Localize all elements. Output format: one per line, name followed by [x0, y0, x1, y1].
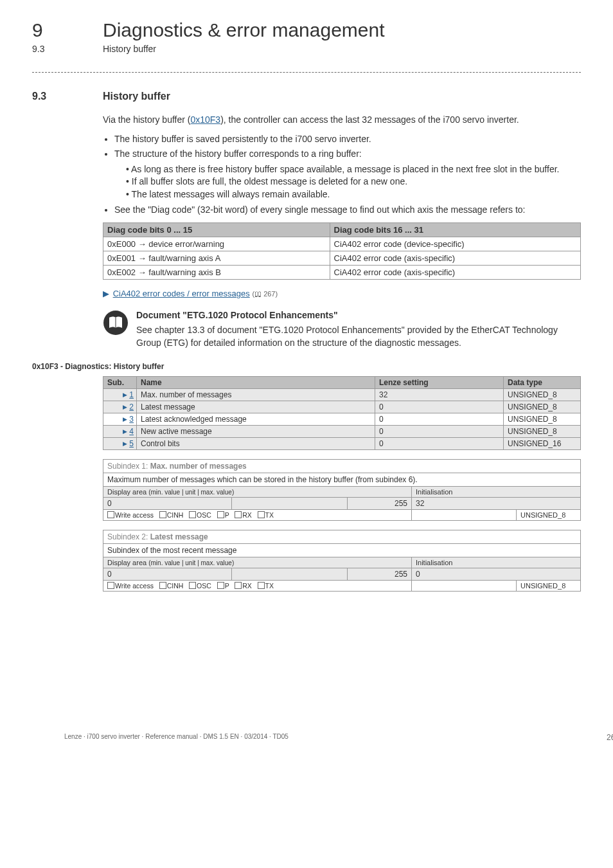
object-header: 0x10F3 - Diagnostics: History buffer	[32, 362, 581, 371]
table-cell: Latest message	[137, 401, 375, 413]
subindex-table: Sub. Name Lenze setting Data type ▶ 1 Ma…	[103, 376, 581, 450]
sub-bullet: As long as there is free history buffer …	[126, 163, 581, 176]
footer-text: Lenze · i700 servo inverter · Reference …	[64, 733, 289, 742]
table-cell: UNSIGNED_8	[504, 389, 581, 401]
page-footer: Lenze · i700 servo inverter · Reference …	[64, 733, 613, 742]
arrow-icon: ▶	[123, 440, 127, 447]
table-row: ▶ 2 Latest message 0 UNSIGNED_8	[103, 401, 581, 413]
subchapter-number: 9.3	[32, 44, 84, 54]
detail-title: Subindex 2: Latest message	[103, 530, 581, 544]
sub-link-cell: ▶ 4	[103, 426, 137, 438]
table-row: 0 255 32	[103, 498, 581, 510]
table-row: Display area (min. value | unit | max. v…	[103, 487, 581, 498]
table-cell: UNSIGNED_8	[504, 426, 581, 438]
intro-paragraph: Via the history buffer (0x10F3), the con…	[103, 114, 581, 127]
table-row: Write access CINH OSC P RX TX UNSIGNED_8	[103, 510, 581, 521]
table-row: 0 255 0	[103, 568, 581, 581]
checkbox-icon	[159, 511, 166, 518]
table-row: Display area (min. value | unit | max. v…	[103, 557, 581, 568]
table-cell: 0xE002 → fault/warning axis B	[103, 266, 330, 280]
checkbox-icon	[189, 511, 196, 518]
table-cell: CiA402 error code (axis-specific)	[330, 266, 580, 280]
table-row: 0xE000 → device error/warning CiA402 err…	[103, 237, 581, 251]
table-header: Lenze setting	[375, 377, 504, 389]
table-row: Subindex of the most recent message	[103, 544, 581, 557]
note-title: Document "ETG.1020 Protocol Enhancements…	[136, 310, 581, 320]
table-row: ▶ 3 Latest acknowledged message 0 UNSIGN…	[103, 413, 581, 426]
access-flags: Write access CINH OSC P RX TX	[103, 510, 412, 521]
table-row: Subindex 2: Latest message	[103, 530, 581, 544]
table-cell: CiA402 error code (axis-specific)	[330, 251, 580, 266]
sub-bullet: The latest messages will always remain a…	[126, 188, 581, 201]
crossref-page: (🕮 267)	[252, 290, 278, 298]
link-0x10f3[interactable]: 0x10F3	[190, 114, 220, 125]
intro-text-b: ), the controller can access the last 32…	[220, 114, 519, 125]
table-cell: UNSIGNED_16	[504, 438, 581, 450]
table-header: Data type	[504, 377, 581, 389]
table-header: Name	[137, 377, 375, 389]
table-row: Maximum number of messages which can be …	[103, 473, 581, 487]
sub-link[interactable]: 5	[129, 439, 134, 448]
checkbox-icon	[217, 511, 224, 518]
checkbox-icon	[159, 582, 166, 589]
sub-link-cell: ▶ 3	[103, 413, 137, 426]
detail-table-sub2: Subindex 2: Latest message Subindex of t…	[103, 530, 581, 592]
bullet-item: See the "Diag code" (32-bit word) of eve…	[114, 204, 581, 217]
sub-link[interactable]: 3	[129, 415, 134, 424]
data-type: UNSIGNED_8	[517, 581, 581, 592]
sub-link[interactable]: 2	[129, 402, 134, 411]
chapter-header: 9 Diagnostics & error management	[32, 19, 581, 41]
display-area-label: Display area (min. value | unit | max. v…	[103, 557, 412, 568]
arrow-icon: ▶	[123, 404, 127, 410]
table-cell: Control bits	[137, 438, 375, 450]
sub-link-cell: ▶ 5	[103, 438, 137, 450]
table-cell: 0	[375, 401, 504, 413]
section-number: 9.3	[32, 91, 84, 102]
checkbox-icon	[189, 582, 196, 589]
table-header: Sub.	[103, 377, 137, 389]
chapter-title: Diagnostics & error management	[103, 19, 385, 41]
table-cell: 0	[375, 438, 504, 450]
init-value: 0	[412, 568, 581, 581]
note-box: Document "ETG.1020 Protocol Enhancements…	[103, 310, 581, 349]
detail-desc: Maximum number of messages which can be …	[103, 473, 581, 487]
checkbox-icon	[107, 582, 114, 589]
min-value: 0	[103, 568, 232, 581]
crossref-link[interactable]: CiA402 error codes / error messages	[113, 289, 250, 298]
table-cell: 0	[375, 426, 504, 438]
arrow-icon: ▶	[123, 428, 127, 435]
checkbox-icon	[235, 511, 242, 518]
arrow-icon: ▶	[123, 416, 127, 422]
intro-text-a: Via the history buffer (	[103, 114, 190, 125]
checkbox-icon	[235, 582, 242, 589]
detail-title: Subindex 1: Max. number of messages	[103, 460, 581, 473]
sub-link[interactable]: 4	[129, 427, 134, 436]
table-cell: Max. number of messages	[137, 389, 375, 401]
table-cell: 32	[375, 389, 504, 401]
table-cell: 0xE000 → device error/warning	[103, 237, 330, 251]
max-value: 255	[348, 498, 412, 510]
table-cell: New active message	[137, 426, 375, 438]
crossref: ▶ CiA402 error codes / error messages (🕮…	[103, 289, 581, 298]
table-row: ▶ 4 New active message 0 UNSIGNED_8	[103, 426, 581, 438]
table-cell: Latest acknowledged message	[137, 413, 375, 426]
table-header: Diag code bits 16 ... 31	[330, 223, 580, 237]
table-cell: UNSIGNED_8	[504, 413, 581, 426]
subchapter-title: History buffer	[103, 44, 156, 54]
sub-link[interactable]: 1	[129, 390, 134, 399]
checkbox-icon	[258, 582, 265, 589]
book-icon	[103, 310, 129, 338]
section-title: History buffer	[103, 91, 170, 102]
detail-table-sub1: Subindex 1: Max. number of messages Maxi…	[103, 459, 581, 521]
unit-value	[232, 568, 348, 581]
table-row: Subindex 1: Max. number of messages	[103, 460, 581, 473]
table-cell: UNSIGNED_8	[504, 401, 581, 413]
bullet-item: The structure of the history buffer corr…	[114, 148, 581, 201]
init-value: 32	[412, 498, 581, 510]
table-cell: 0xE001 → fault/warning axis A	[103, 251, 330, 266]
initialisation-label: Initialisation	[412, 557, 581, 568]
bullet-list: The history buffer is saved persistently…	[103, 133, 581, 217]
section-heading: 9.3 History buffer	[32, 91, 581, 102]
table-row: ▶ 1 Max. number of messages 32 UNSIGNED_…	[103, 389, 581, 401]
checkbox-icon	[258, 511, 265, 518]
